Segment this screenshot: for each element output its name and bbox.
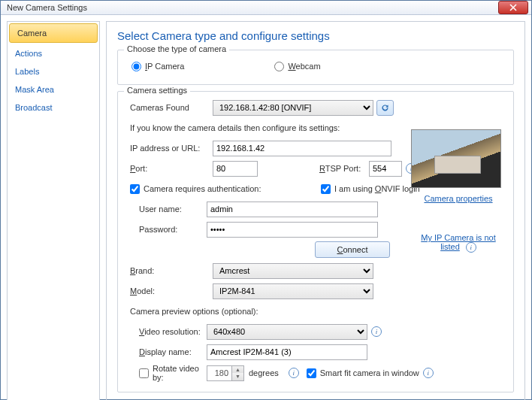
display-name-input[interactable] [207, 344, 367, 360]
port-label: Port: [125, 164, 213, 173]
settings-legend: Camera settings [124, 86, 190, 95]
close-button[interactable] [498, 1, 528, 14]
rtsp-input[interactable] [369, 161, 402, 177]
username-label: User name: [125, 205, 207, 214]
type-legend: Choose the type of camera [124, 44, 229, 53]
ip-input[interactable] [213, 141, 391, 156]
ip-label: IP address or URL: [125, 144, 213, 153]
onvif-checkbox[interactable]: I am using ONVIF login [321, 184, 420, 194]
auth-checkbox[interactable]: Camera requires authentication: [125, 184, 298, 194]
info-icon[interactable]: i [466, 242, 476, 253]
details-hint: If you know the camera details then conf… [125, 123, 340, 132]
camera-settings-group: Camera settings Cameras Found 192.168.1.… [117, 91, 514, 392]
sidebar-item-broadcast[interactable]: Broadcast [8, 98, 99, 117]
connect-button[interactable]: Connect [315, 241, 390, 258]
model-label: Model: [125, 286, 213, 295]
sidebar-item-labels[interactable]: Labels [8, 62, 99, 80]
refresh-button[interactable] [376, 100, 394, 116]
info-icon[interactable]: i [371, 326, 382, 337]
sidebar-item-camera[interactable]: Camera [9, 23, 98, 43]
sidebar-item-actions[interactable]: Actions [8, 44, 99, 62]
smart-fit-checkbox[interactable]: Smart fit camera in window [307, 368, 419, 378]
video-res-select[interactable]: 640x480 [207, 324, 367, 340]
sidebar: Camera Actions Labels Mask Area Broadcas… [7, 21, 100, 400]
brand-select[interactable]: Amcrest [213, 263, 373, 279]
brand-label: Brand: [125, 266, 213, 275]
cameras-found-label: Cameras Found [125, 103, 213, 112]
display-name-label: Display name: [125, 347, 207, 356]
sidebar-item-mask-area[interactable]: Mask Area [8, 80, 99, 98]
degrees-label: degrees [249, 368, 279, 377]
info-icon[interactable]: i [423, 368, 434, 378]
model-select[interactable]: IP2M-841 [213, 283, 373, 299]
rotate-checkbox[interactable]: Rotate video by: [125, 364, 207, 382]
camera-preview [411, 129, 501, 188]
video-res-label: Video resolution: [125, 327, 207, 336]
not-listed-link[interactable]: My IP Camera is not listed [421, 233, 495, 251]
password-label: Password: [125, 225, 207, 234]
port-input[interactable] [213, 161, 258, 177]
camera-type-group: Choose the type of camera IP Camera Webc… [117, 50, 514, 85]
webcam-radio[interactable]: Webcam [274, 62, 320, 71]
ip-camera-radio[interactable]: IP Camera [131, 62, 184, 71]
close-icon [509, 4, 517, 11]
rtsp-label: RTSP Port: [319, 164, 369, 173]
username-input[interactable] [207, 202, 378, 217]
preview-legend: Camera preview options (optional): [125, 307, 258, 316]
info-icon[interactable]: i [289, 368, 299, 378]
camera-properties-link[interactable]: Camera properties [424, 194, 492, 203]
password-input[interactable] [207, 222, 378, 238]
rotate-spinner[interactable]: ▲▼ [207, 365, 244, 381]
chevron-up-icon[interactable]: ▲ [232, 366, 243, 374]
chevron-down-icon[interactable]: ▼ [232, 373, 243, 380]
page-title: Select Camera type and configure setting… [117, 29, 514, 42]
cameras-found-select[interactable]: 192.168.1.42:80 [ONVIF] [213, 100, 373, 116]
window-title: New Camera Settings [1, 3, 87, 12]
refresh-icon [380, 103, 390, 113]
